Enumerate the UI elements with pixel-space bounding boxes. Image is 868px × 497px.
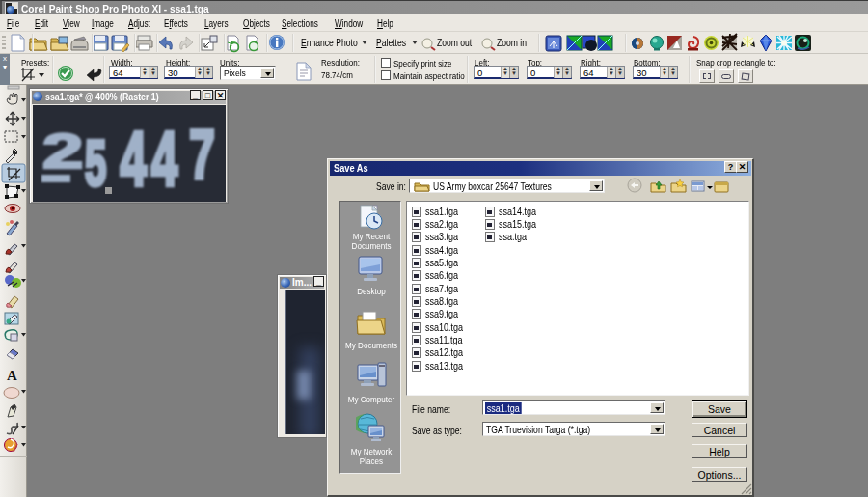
svg-text:2: 2 — [42, 124, 83, 179]
svg-text:5: 5 — [85, 126, 106, 199]
svg-text:4: 4 — [151, 116, 178, 202]
svg-text:A: A — [7, 368, 17, 383]
svg-text:4: 4 — [121, 116, 148, 202]
svg-text:7: 7 — [189, 115, 215, 193]
